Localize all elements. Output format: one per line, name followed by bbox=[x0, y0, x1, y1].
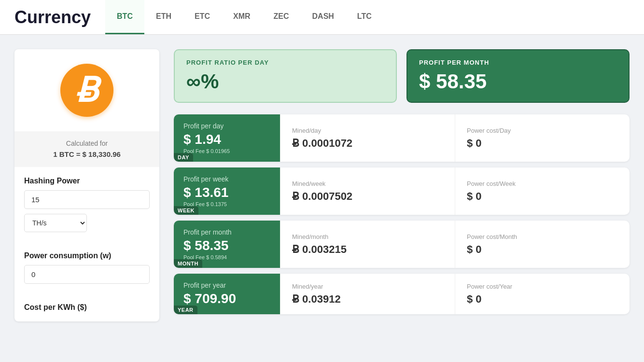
mined-label-day: Mined/day bbox=[292, 127, 443, 134]
power-consumption-label: Power consumption (w) bbox=[24, 251, 150, 260]
result-title-year: Profit per year bbox=[183, 281, 270, 289]
tab-xmr[interactable]: XMR bbox=[222, 0, 262, 34]
left-panel: Ƀ Calculated for 1 BTC = $ 18,330.96 Has… bbox=[14, 49, 159, 321]
mined-value-day: Ƀ 0.0001072 bbox=[292, 137, 443, 150]
mined-value-year: Ƀ 0.03912 bbox=[292, 293, 443, 306]
profit-month-value: $ 58.35 bbox=[419, 70, 617, 93]
page-title: Currency bbox=[14, 7, 91, 28]
mined-label-month: Mined/month bbox=[292, 233, 443, 240]
result-amount-day: $ 1.94 bbox=[183, 132, 270, 147]
result-power-day: Power cost/Day $ 0 bbox=[455, 114, 630, 162]
result-title-week: Profit per week bbox=[183, 175, 270, 183]
result-cells-year: Mined/year Ƀ 0.03912 Power cost/Year $ 0 bbox=[280, 274, 630, 314]
hashing-power-section: Hashing Power TH/s GH/s MH/s KH/s bbox=[14, 167, 159, 242]
result-mined-year: Mined/year Ƀ 0.03912 bbox=[280, 274, 455, 314]
tab-btc[interactable]: BTC bbox=[105, 0, 144, 34]
result-title-day: Profit per day bbox=[183, 122, 270, 130]
result-mined-day: Mined/day Ƀ 0.0001072 bbox=[280, 114, 455, 162]
mined-value-week: Ƀ 0.0007502 bbox=[292, 190, 443, 203]
hashing-power-label: Hashing Power bbox=[24, 177, 150, 185]
power-label-day: Power cost/Day bbox=[467, 127, 618, 134]
result-badge-day: Day bbox=[174, 153, 193, 162]
profit-month-card: PROFIT PER MONTH $ 58.35 bbox=[406, 49, 630, 103]
bitcoin-icon: Ƀ bbox=[60, 64, 113, 117]
result-title-month: Profit per month bbox=[183, 228, 270, 236]
result-badge-week: Week bbox=[174, 206, 198, 215]
cost-kwh-label: Cost per KWh ($) bbox=[24, 303, 150, 312]
result-pool-fee-day: Pool Fee $ 0.01965 bbox=[183, 148, 270, 154]
result-row-week: Profit per week $ 13.61 Pool Fee $ 0.137… bbox=[174, 167, 630, 215]
power-value-year: $ 0 bbox=[467, 293, 618, 306]
result-power-week: Power cost/Week $ 0 bbox=[455, 167, 630, 215]
result-amount-year: $ 709.90 bbox=[183, 291, 270, 306]
power-label-month: Power cost/Month bbox=[467, 233, 618, 240]
result-row-year: Profit per year $ 709.90 Year Mined/year… bbox=[174, 274, 630, 314]
tab-zec[interactable]: ZEC bbox=[262, 0, 301, 34]
tab-ltc[interactable]: LTC bbox=[346, 0, 383, 34]
calculated-for-label: Calculated for bbox=[66, 139, 108, 147]
profit-ratio-card: PROFIT RATIO PER DAY ∞% bbox=[174, 49, 397, 103]
power-consumption-section: Power consumption (w) bbox=[14, 242, 159, 293]
power-value-month: $ 0 bbox=[467, 243, 618, 256]
profit-ratio-label: PROFIT RATIO PER DAY bbox=[186, 59, 384, 66]
result-amount-month: $ 58.35 bbox=[183, 238, 270, 253]
result-row-day: Profit per day $ 1.94 Pool Fee $ 0.01965… bbox=[174, 114, 630, 162]
hashing-unit-select[interactable]: TH/s GH/s MH/s KH/s bbox=[24, 214, 87, 232]
right-panel: PROFIT RATIO PER DAY ∞% PROFIT PER MONTH… bbox=[174, 49, 630, 321]
result-badge-year: Year bbox=[174, 306, 197, 314]
result-amount-week: $ 13.61 bbox=[183, 185, 270, 200]
summary-cards: PROFIT RATIO PER DAY ∞% PROFIT PER MONTH… bbox=[174, 49, 630, 103]
result-mined-week: Mined/week Ƀ 0.0007502 bbox=[280, 167, 455, 215]
hashing-power-input[interactable] bbox=[24, 190, 150, 209]
tab-etc[interactable]: ETC bbox=[183, 0, 222, 34]
result-badge-month: Month bbox=[174, 259, 202, 268]
power-consumption-input[interactable] bbox=[24, 265, 150, 284]
profit-ratio-value: ∞% bbox=[186, 70, 384, 93]
result-power-year: Power cost/Year $ 0 bbox=[455, 274, 630, 314]
cost-kwh-section: Cost per KWh ($) bbox=[14, 293, 159, 321]
power-label-year: Power cost/Year bbox=[467, 283, 618, 290]
calculated-for-section: Calculated for 1 BTC = $ 18,330.96 bbox=[14, 131, 159, 167]
power-value-day: $ 0 bbox=[467, 137, 618, 150]
result-cells-month: Mined/month Ƀ 0.003215 Power cost/Month … bbox=[280, 221, 630, 268]
header: Currency BTC ETH ETC XMR ZEC DASH LTC bbox=[0, 0, 644, 35]
result-cells-week: Mined/week Ƀ 0.0007502 Power cost/Week $… bbox=[280, 167, 630, 215]
tab-eth[interactable]: ETH bbox=[144, 0, 183, 34]
mined-label-year: Mined/year bbox=[292, 283, 443, 290]
profit-month-label: PROFIT PER MONTH bbox=[419, 59, 617, 66]
result-left-week: Profit per week $ 13.61 Pool Fee $ 0.137… bbox=[174, 167, 280, 215]
result-left-month: Profit per month $ 58.35 Pool Fee $ 0.58… bbox=[174, 221, 280, 268]
result-rows-container: Profit per day $ 1.94 Pool Fee $ 0.01965… bbox=[174, 114, 630, 314]
mined-label-week: Mined/week bbox=[292, 180, 443, 187]
btc-price: 1 BTC = $ 18,330.96 bbox=[19, 149, 154, 160]
result-left-year: Profit per year $ 709.90 Year bbox=[174, 274, 280, 314]
result-cells-day: Mined/day Ƀ 0.0001072 Power cost/Day $ 0 bbox=[280, 114, 630, 162]
power-value-week: $ 0 bbox=[467, 190, 618, 203]
tab-dash[interactable]: DASH bbox=[301, 0, 346, 34]
power-label-week: Power cost/Week bbox=[467, 180, 618, 187]
coin-display: Ƀ bbox=[14, 49, 159, 131]
currency-tab-bar: BTC ETH ETC XMR ZEC DASH LTC bbox=[105, 0, 383, 34]
mined-value-month: Ƀ 0.003215 bbox=[292, 243, 443, 256]
result-mined-month: Mined/month Ƀ 0.003215 bbox=[280, 221, 455, 268]
result-power-month: Power cost/Month $ 0 bbox=[455, 221, 630, 268]
result-row-month: Profit per month $ 58.35 Pool Fee $ 0.58… bbox=[174, 221, 630, 268]
main-content: Ƀ Calculated for 1 BTC = $ 18,330.96 Has… bbox=[0, 35, 644, 336]
result-left-day: Profit per day $ 1.94 Pool Fee $ 0.01965… bbox=[174, 114, 280, 162]
